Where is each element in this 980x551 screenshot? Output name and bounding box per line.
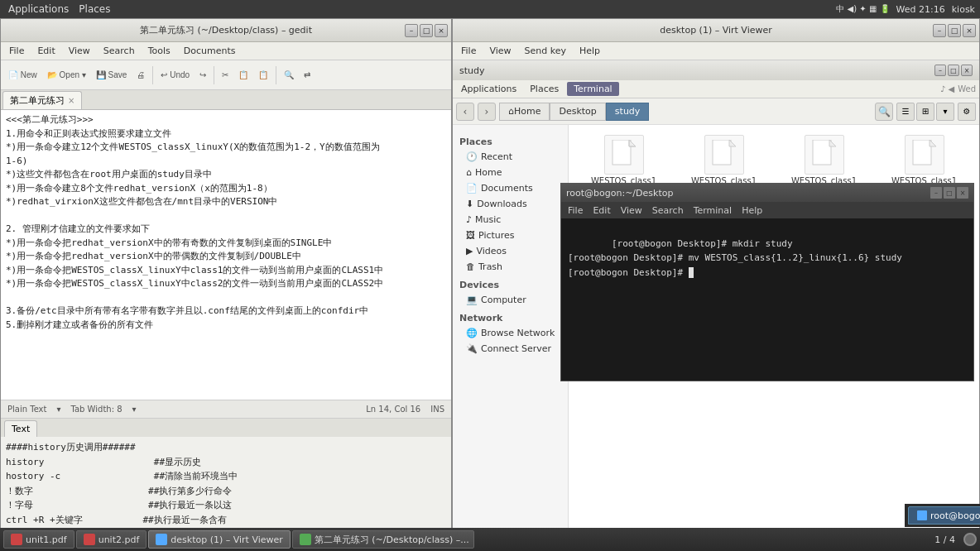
gedit-cursor-pos: Ln 14, Col 16 (366, 405, 420, 414)
gedit-menu-view[interactable]: View (64, 44, 95, 58)
fm-home-btn[interactable]: ⌂ Home (499, 103, 550, 121)
gedit-tab-close[interactable]: × (68, 96, 74, 105)
virt-bottom-tabs: root@bogon:~/Desktop study (905, 504, 979, 527)
gedit-new-btn[interactable]: 📄 New (4, 64, 41, 87)
virt-maximize-btn[interactable]: □ (948, 24, 961, 37)
fm-videos-item[interactable]: ▶ Videos (453, 243, 568, 259)
taskbar-item-virt[interactable]: desktop (1) – Virt Viewer (148, 530, 291, 549)
fm-back-btn[interactable]: ‹ (456, 103, 474, 121)
gedit-replace-btn[interactable]: ⇄ (300, 64, 315, 87)
virt-menubar: File View Send key Help (453, 42, 979, 60)
fm-title: study (459, 65, 485, 76)
gedit-paste-btn[interactable]: 📋 (254, 64, 272, 87)
documents-icon: 📄 (466, 183, 478, 194)
gedit-menu-documents[interactable]: Documents (179, 44, 241, 58)
gedit-minimize-btn[interactable]: – (405, 24, 418, 37)
gedit-menu-search[interactable]: Search (98, 44, 140, 58)
fm-close-btn[interactable]: × (961, 65, 973, 76)
fm-desktop-btn[interactable]: Desktop (550, 103, 605, 121)
fm-view-more-btn[interactable]: ▾ (936, 103, 954, 121)
fm-study-btn[interactable]: study (606, 103, 650, 121)
virt-menu-sendkey[interactable]: Send key (520, 44, 571, 58)
term-menu-edit[interactable]: Edit (589, 205, 613, 216)
gedit-print-btn[interactable]: 🖨 (132, 64, 149, 87)
fm-settings-btn[interactable]: ⚙ (958, 103, 976, 121)
fm-connect-server-label: Connect Server (481, 343, 551, 354)
fm-music-item[interactable]: ♪ Music (453, 212, 568, 228)
gedit-cut-btn[interactable]: ✂ (218, 64, 233, 87)
fm-minimize-btn[interactable]: – (934, 65, 946, 76)
fm-list-view-btn[interactable]: ☰ (896, 103, 915, 121)
gedit-bottom-tab-text[interactable]: Text (4, 420, 37, 437)
page-indicator-icon[interactable] (963, 533, 977, 546)
gedit-menu-edit[interactable]: Edit (32, 44, 60, 58)
virt-menu-help[interactable]: Help (574, 44, 605, 58)
gedit-save-btn[interactable]: 💾 Save (92, 64, 132, 87)
page-indicator: 1 / 4 (934, 534, 962, 545)
gedit-tab-main[interactable]: 第二单元练习 × (2, 91, 82, 109)
gedit-content[interactable]: <<<第二单元练习>>> 1.用命令和正则表达式按照要求建立文件 *)用一条命令… (1, 110, 451, 400)
terminal-close-btn[interactable]: × (957, 187, 968, 199)
fm-terminal-tab[interactable]: Terminal (567, 82, 619, 96)
gedit-menu-tools[interactable]: Tools (143, 44, 175, 58)
terminal-line-1: [root@bogon Desktop]# mkdir study [root@… (568, 238, 902, 278)
fm-trash-label: Trash (478, 261, 502, 272)
term-menu-file[interactable]: File (564, 205, 586, 216)
fm-grid-view-btn[interactable]: ⊞ (916, 103, 934, 121)
server-icon: 🔌 (466, 343, 478, 354)
fm-browse-network-label: Browse Network (481, 328, 555, 338)
taskbar-item-unit2[interactable]: unit2.pdf (76, 530, 147, 549)
gedit-toolbar: 📄 New 📂 Open ▾ 💾 Save 🖨 ↩ Undo ↪ ✂ 📋 📋 🔍… (1, 60, 451, 90)
fm-browse-network-item[interactable]: 🌐 Browse Network (453, 325, 568, 341)
gedit-tab-label: 第二单元练习 (10, 94, 65, 107)
taskbar-item-gedit[interactable]: 第二单元练习 (~/Desktop/class) –... (292, 530, 474, 549)
term-menu-view[interactable]: View (617, 205, 646, 216)
fm-pictures-label: Pictures (478, 230, 515, 241)
virt-icon (156, 534, 167, 545)
fm-time-display: Wed (958, 84, 976, 93)
virt-close-btn[interactable]: × (963, 24, 976, 37)
fm-search-btn[interactable]: 🔍 (875, 103, 893, 121)
applications-menu[interactable]: Applications (5, 3, 72, 15)
term-menu-search[interactable]: Search (649, 205, 687, 216)
system-bar: Applications Places 中 ◀) ✦ ▦ 🔋 Wed 21:16… (0, 0, 980, 18)
taskbar-label-unit2: unit2.pdf (98, 534, 140, 545)
gedit-open-btn[interactable]: 📂 Open ▾ (43, 64, 90, 87)
gedit-maximize-btn[interactable]: □ (420, 24, 433, 37)
fm-home-item[interactable]: ⌂ Home (453, 165, 568, 180)
fm-downloads-item[interactable]: ⬇ Downloads (453, 196, 568, 212)
fm-sidebar: Places 🕐 Recent ⌂ Home 📄 Documents ⬇ Dow… (453, 125, 569, 550)
home-icon: ⌂ (508, 106, 514, 117)
fm-appbar: Applications Places Terminal ♪ ◀ Wed (453, 80, 979, 98)
fm-documents-item[interactable]: 📄 Documents (453, 180, 568, 196)
term-menu-help[interactable]: Help (738, 205, 766, 216)
taskbar-item-unit1[interactable]: unit1.pdf (3, 530, 74, 549)
gedit-copy-btn[interactable]: 📋 (234, 64, 252, 87)
fm-trash-item[interactable]: 🗑 Trash (453, 259, 568, 275)
fm-apps-menu[interactable]: Applications (456, 82, 521, 96)
fm-forward-btn[interactable]: › (478, 103, 496, 121)
terminal-content[interactable]: [root@bogon Desktop]# mkdir study [root@… (561, 218, 973, 298)
gedit-find-btn[interactable]: 🔍 (280, 64, 298, 87)
term-menu-terminal[interactable]: Terminal (690, 205, 736, 216)
gedit-close-btn[interactable]: × (435, 24, 448, 37)
gedit-redo-btn[interactable]: ↪ (195, 64, 210, 87)
places-menu[interactable]: Places (75, 3, 113, 15)
fm-pictures-item[interactable]: 🖼 Pictures (453, 228, 568, 243)
virt-menu-file[interactable]: File (456, 44, 481, 58)
terminal-minimize-btn[interactable]: – (930, 187, 942, 199)
terminal-titlebar-btns: – □ × (930, 187, 968, 199)
fm-places-menu[interactable]: Places (525, 82, 564, 96)
virt-minimize-btn[interactable]: – (933, 24, 946, 37)
svg-marker-9 (930, 140, 936, 146)
virt-tab-terminal[interactable]: root@bogon:~/Desktop (908, 506, 979, 525)
fm-recent-item[interactable]: 🕐 Recent (453, 149, 568, 165)
terminal-maximize-btn[interactable]: □ (944, 187, 955, 199)
virt-tab-terminal-label: root@bogon:~/Desktop (930, 510, 979, 521)
gedit-menu-file[interactable]: File (4, 44, 29, 58)
fm-computer-item[interactable]: 💻 Computer (453, 292, 568, 308)
virt-menu-view[interactable]: View (484, 44, 516, 58)
fm-maximize-btn[interactable]: □ (948, 65, 959, 76)
gedit-undo-btn[interactable]: ↩ Undo (156, 64, 194, 87)
fm-connect-server-item[interactable]: 🔌 Connect Server (453, 341, 568, 357)
